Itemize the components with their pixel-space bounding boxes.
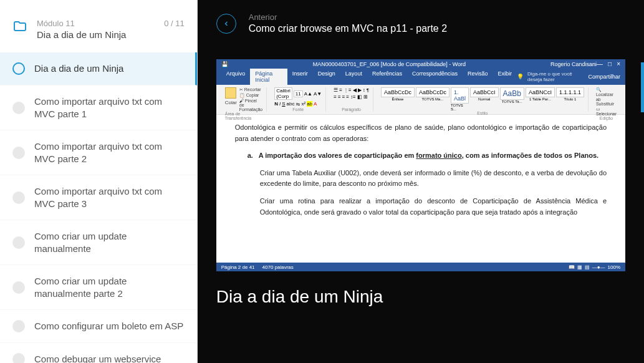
app-container: Módulo 11 0 / 11 Dia a dia de um Ninja D… — [0, 0, 644, 363]
align-right-button[interactable]: ≡ — [342, 94, 345, 100]
module-label: Módulo 11 — [37, 19, 75, 28]
style-option[interactable]: AaBNCcI — [526, 87, 555, 97]
word-titlebar: 💾 MAN0000403701_EF_006 [Modo de Compatib… — [216, 59, 625, 69]
tab-file[interactable]: Arquivo — [221, 69, 251, 85]
word-ribbon-tabs: Arquivo Página Inicial Inserir Design La… — [216, 69, 625, 85]
word-document-body[interactable]: Odontológica e permitir os cálculos espe… — [216, 115, 625, 271]
style-option[interactable]: AaBb — [500, 87, 524, 100]
numbering-button[interactable]: ≡ — [339, 87, 342, 93]
font-label: Fonte — [292, 107, 304, 112]
underline-button[interactable]: S — [282, 101, 285, 107]
shading-button[interactable]: ◧ — [357, 94, 362, 100]
zoom-slider[interactable]: —●— — [592, 264, 605, 270]
word-ribbon: Colar ✂ Recortar 📋 Copiar 🖌 Pincel de Fo… — [216, 85, 625, 115]
view-print-icon[interactable]: ▦ — [577, 264, 582, 270]
lightbulb-icon: 💡 — [517, 74, 524, 80]
status-words[interactable]: 4070 palavras — [262, 264, 294, 270]
style-option[interactable]: 1. AaBl — [451, 87, 469, 104]
lesson-title: Como importar arquivo txt com MVC parte … — [34, 95, 185, 120]
tab-references[interactable]: Referências — [367, 69, 407, 85]
font-color-button[interactable]: A — [314, 101, 317, 107]
minimize-icon[interactable]: — — [597, 60, 603, 67]
close-icon[interactable]: × — [617, 60, 620, 67]
zoom-level[interactable]: 100% — [608, 264, 620, 270]
indent-decrease-button[interactable]: ◀ — [353, 87, 357, 93]
folder-icon — [12, 19, 27, 34]
share-button[interactable]: Compartilhar — [588, 74, 620, 80]
indent-increase-button[interactable]: ▶ — [358, 87, 362, 93]
align-center-button[interactable]: ≡ — [338, 94, 341, 100]
font-family-select[interactable]: Calibri (Corp — [274, 87, 292, 100]
line-spacing-button[interactable]: ↕≡ — [350, 94, 356, 100]
word-app: 💾 MAN0000403701_EF_006 [Modo de Compatib… — [216, 59, 625, 271]
justify-button[interactable]: ≡ — [346, 94, 349, 100]
style-option[interactable]: 1.1.1.1.1 — [556, 87, 584, 97]
style-option[interactable]: AaBbCcDc — [381, 87, 415, 97]
subscript-button[interactable]: x₂ — [296, 101, 300, 107]
find-button[interactable]: 🔍 Localizar — [596, 87, 617, 97]
video-content[interactable]: 💾 MAN0000403701_EF_006 [Modo de Compatib… — [216, 59, 625, 271]
show-marks-button[interactable]: ¶ — [367, 87, 369, 93]
tab-review[interactable]: Revisão — [463, 69, 493, 85]
lesson-item[interactable]: Como configurar um boleto em ASP — [0, 310, 197, 343]
format-painter-button[interactable]: 🖌 Pincel de Formatação — [239, 99, 262, 112]
tab-correspondences[interactable]: Correspondências — [407, 69, 463, 85]
maximize-icon[interactable]: □ — [608, 60, 612, 67]
nav-header: Anterior Como criar browse em MVC na p11… — [198, 0, 644, 47]
borders-button[interactable]: ⊞ — [363, 94, 368, 100]
tab-insert[interactable]: Inserir — [287, 69, 313, 85]
scrollbar-thumb[interactable] — [641, 62, 644, 112]
doc-paragraph: Criar uma rotina para realizar a importa… — [260, 196, 607, 218]
strikethrough-button[interactable]: abc — [287, 101, 295, 107]
tab-home[interactable]: Página Inicial — [250, 69, 287, 85]
doc-paragraph: Odontológica e permitir os cálculos espe… — [235, 122, 607, 144]
copy-button[interactable]: 📋 Copiar — [239, 93, 262, 98]
lesson-marker-icon — [12, 281, 25, 294]
lesson-item[interactable]: Como debugar um webservice — [0, 343, 197, 363]
multilevel-button[interactable]: ⋮≡ — [344, 87, 352, 93]
tellme-input[interactable]: Diga-me o que você deseja fazer — [527, 71, 577, 82]
align-left-button[interactable]: ≡ — [334, 94, 337, 100]
highlight-button[interactable]: ab — [307, 101, 312, 107]
select-button[interactable]: ▭ Selecionar — [596, 107, 617, 116]
cut-button[interactable]: ✂ Recortar — [239, 87, 262, 92]
nav-back-button[interactable] — [216, 14, 236, 34]
word-statusbar: Página 2 de 41 4070 palavras 📖 ▦ ▤ —●— 1… — [216, 263, 625, 271]
italic-button[interactable]: I — [279, 101, 281, 107]
lesson-item[interactable]: Como criar um update manualmente — [0, 220, 197, 265]
superscript-button[interactable]: x² — [301, 101, 305, 107]
nav-prev-title: Como criar browse em MVC na p11 - parte … — [249, 23, 447, 34]
module-info: Módulo 11 0 / 11 Dia a dia de um Ninja — [37, 19, 185, 40]
tab-view[interactable]: Exibir — [493, 69, 517, 85]
window-controls: — □ × — [597, 60, 620, 67]
bullets-button[interactable]: ☰ — [334, 87, 338, 93]
nav-info: Anterior Como criar browse em MVC na p11… — [249, 12, 447, 34]
font-size-select[interactable]: 11 — [294, 90, 303, 97]
lesson-item[interactable]: Dia a dia de um Ninja — [0, 52, 197, 85]
style-option[interactable]: AaBbCcI — [470, 87, 499, 97]
grow-font-icon[interactable]: A▲ — [304, 91, 312, 97]
module-title: Dia a dia de um Ninja — [37, 29, 185, 40]
lesson-item[interactable]: Como importar arquivo txt com MVC parte … — [0, 130, 197, 175]
view-read-icon[interactable]: 📖 — [569, 264, 575, 270]
lesson-item[interactable]: Como importar arquivo txt com MVC parte … — [0, 175, 197, 220]
replace-button[interactable]: ab Substituir — [596, 97, 617, 106]
lesson-marker-icon — [12, 320, 25, 332]
style-option[interactable]: AaBbCcDc — [416, 87, 449, 97]
view-web-icon[interactable]: ▤ — [585, 264, 590, 270]
lesson-title: Como debugar um webservice — [34, 353, 185, 363]
shrink-font-icon[interactable]: A▼ — [314, 91, 322, 97]
bold-button[interactable]: N — [274, 101, 278, 107]
tab-design[interactable]: Design — [313, 69, 340, 85]
status-page[interactable]: Página 2 de 41 — [221, 264, 255, 270]
lesson-item[interactable]: Como importar arquivo txt com MVC parte … — [0, 85, 197, 130]
module-header: Módulo 11 0 / 11 Dia a dia de um Ninja — [0, 0, 197, 52]
lesson-item[interactable]: Como criar um update manualmente parte 2 — [0, 265, 197, 310]
tab-layout[interactable]: Layout — [340, 69, 367, 85]
ribbon-styles: AaBbCcDcÊnfase AaBbCcDcTOTVS Ma... 1. Aa… — [377, 87, 589, 112]
sort-button[interactable]: ↕ — [363, 87, 365, 93]
word-save-icon: 💾 — [221, 61, 228, 67]
editing-label: Edição — [600, 116, 613, 120]
scrollbar[interactable] — [641, 62, 644, 218]
paste-button[interactable]: Colar — [225, 87, 237, 112]
